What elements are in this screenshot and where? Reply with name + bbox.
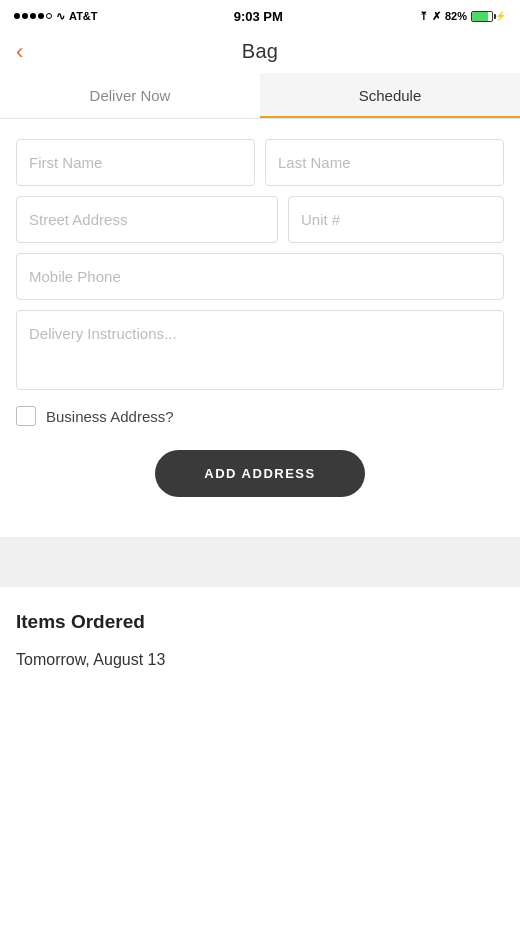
page-title: Bag: [242, 40, 279, 63]
address-form: Business Address? ADD ADDRESS: [0, 119, 520, 537]
instructions-row: [16, 310, 504, 390]
status-bar: ∿ AT&T 9:03 PM ⤒ ✗ 82% ⚡: [0, 0, 520, 30]
mobile-phone-input[interactable]: [16, 253, 504, 300]
business-address-row: Business Address?: [16, 406, 504, 426]
phone-row: [16, 253, 504, 300]
dot1: [14, 13, 20, 19]
dot3: [30, 13, 36, 19]
dot2: [22, 13, 28, 19]
status-right: ⤒ ✗ 82% ⚡: [419, 10, 506, 23]
signal-dots: [14, 13, 52, 19]
address-row: [16, 196, 504, 243]
tab-bar: Deliver Now Schedule: [0, 73, 520, 119]
dot4: [38, 13, 44, 19]
name-row: [16, 139, 504, 186]
business-address-checkbox[interactable]: [16, 406, 36, 426]
items-ordered-title: Items Ordered: [16, 611, 504, 633]
first-name-input[interactable]: [16, 139, 255, 186]
back-button[interactable]: ‹: [16, 39, 23, 65]
section-separator: [0, 537, 520, 587]
wifi-icon: ∿: [56, 10, 65, 23]
header: ‹ Bag: [0, 30, 520, 73]
delivery-instructions-input[interactable]: [16, 310, 504, 390]
items-date: Tomorrow, August 13: [16, 651, 504, 669]
battery-icon: ⚡: [471, 11, 506, 22]
tab-schedule[interactable]: Schedule: [260, 73, 520, 118]
battery-percent: 82%: [445, 10, 467, 22]
items-section: Items Ordered Tomorrow, August 13: [0, 587, 520, 685]
business-address-label: Business Address?: [46, 408, 174, 425]
tab-deliver-now[interactable]: Deliver Now: [0, 73, 260, 118]
carrier-label: AT&T: [69, 10, 98, 22]
add-address-button[interactable]: ADD ADDRESS: [155, 450, 365, 497]
status-left: ∿ AT&T: [14, 10, 98, 23]
status-time: 9:03 PM: [234, 9, 283, 24]
last-name-input[interactable]: [265, 139, 504, 186]
location-icon: ⤒: [419, 10, 428, 23]
bolt-icon: ⚡: [495, 11, 506, 21]
bluetooth-icon: ✗: [432, 10, 441, 23]
dot5: [46, 13, 52, 19]
unit-input[interactable]: [288, 196, 504, 243]
street-address-input[interactable]: [16, 196, 278, 243]
